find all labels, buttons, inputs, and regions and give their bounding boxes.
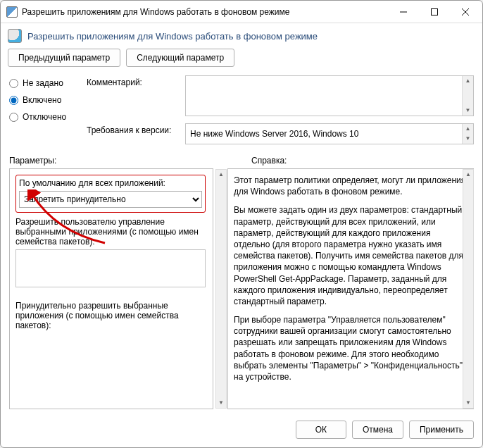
radio-disabled[interactable]: Отключено	[9, 112, 87, 122]
svg-rect-1	[432, 8, 438, 15]
scrollbar[interactable]: ▲▼	[215, 169, 227, 409]
header-row: Разрешить приложениям для Windows работа…	[1, 23, 482, 44]
comment-field[interactable]: ▲▼	[185, 75, 474, 116]
header-text: Разрешить приложениям для Windows работа…	[27, 31, 318, 42]
app-icon	[6, 6, 18, 18]
close-button[interactable]	[450, 1, 481, 23]
help-paragraph: При выборе параметра "Управляется пользо…	[234, 314, 466, 382]
scrollbar[interactable]: ▲▼	[462, 76, 473, 116]
help-paragraph: Этот параметр политики определяет, могут…	[234, 175, 466, 197]
requirements-value: Не ниже Windows Server 2016, Windows 10	[190, 129, 358, 139]
state-radios: Не задано Включено Отключено	[9, 75, 87, 144]
help-panel: Этот параметр политики определяет, могут…	[227, 168, 474, 409]
user-choice-list[interactable]	[15, 249, 206, 287]
nav-row: Предыдущий параметр Следующий параметр	[1, 44, 482, 75]
default-for-all-select[interactable]: Запретить принудительно	[19, 191, 202, 208]
radio-not-configured[interactable]: Не задано	[9, 78, 87, 88]
minimize-button[interactable]	[388, 1, 419, 23]
scrollbar[interactable]: ▲▼	[462, 124, 473, 144]
comment-label: Комментарий:	[87, 75, 178, 87]
titlebar: Разрешить приложениям для Windows работа…	[1, 1, 482, 23]
scrollbar[interactable]: ▲▼	[463, 169, 474, 409]
force-allow-label: Принудительно разрешить выбранные прилож…	[15, 301, 206, 330]
radio-enabled[interactable]: Включено	[9, 95, 87, 105]
radio-not-configured-label: Не задано	[23, 78, 63, 88]
default-for-all-label: По умолчанию для всех приложений:	[19, 178, 202, 188]
radio-disabled-label: Отключено	[23, 112, 66, 122]
requirements-label: Требования к версии:	[87, 123, 178, 135]
policy-icon	[8, 29, 22, 43]
next-setting-button[interactable]: Следующий параметр	[126, 49, 234, 67]
window-title: Разрешить приложениям для Windows работа…	[22, 7, 388, 17]
radio-enabled-label: Включено	[23, 95, 61, 105]
footer: ОК Отмена Применить	[1, 413, 482, 447]
requirements-field: Не ниже Windows Server 2016, Windows 10 …	[185, 123, 474, 144]
ok-button[interactable]: ОК	[296, 421, 346, 439]
options-panel: По умолчанию для всех приложений: Запрет…	[9, 168, 213, 409]
help-paragraph: Вы можете задать один из двух параметров…	[234, 204, 466, 307]
help-section-label: Справка:	[226, 156, 474, 166]
highlighted-option: По умолчанию для всех приложений: Запрет…	[15, 175, 206, 213]
apply-button[interactable]: Применить	[409, 421, 474, 439]
options-section-label: Параметры:	[9, 156, 226, 166]
cancel-button[interactable]: Отмена	[352, 421, 403, 439]
user-choice-label: Разрешить пользователю управление выбран…	[15, 217, 206, 247]
prev-setting-button[interactable]: Предыдущий параметр	[8, 49, 120, 67]
maximize-button[interactable]	[419, 1, 450, 23]
